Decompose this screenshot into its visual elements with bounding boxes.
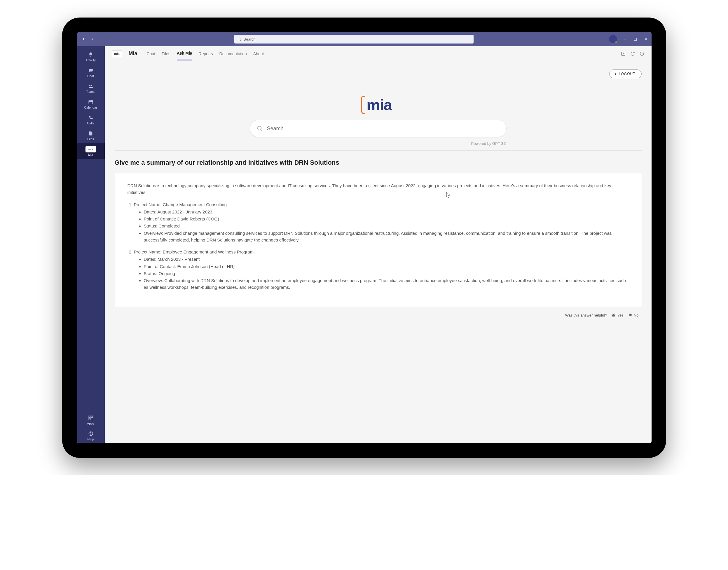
rail-calendar[interactable]: Calendar [77, 96, 105, 111]
svg-rect-14 [91, 416, 92, 417]
svg-point-8 [91, 85, 92, 86]
rail-label: Chat [87, 74, 94, 78]
answer-item-bullets: Dates: August 2022 - January 2023Point o… [134, 209, 629, 243]
answer-item-title: Project Name: Change Management Consulti… [134, 201, 629, 208]
answer-bullet: Point of Contact: Emma Johnson (Head of … [144, 263, 629, 270]
user-prompt: Give me a summary of our relationship an… [115, 159, 642, 167]
svg-rect-6 [89, 69, 93, 71]
presence-indicator-icon [615, 41, 618, 44]
svg-point-0 [238, 38, 240, 40]
rail-help[interactable]: Help [77, 428, 105, 443]
tab-reports[interactable]: Reports [199, 47, 213, 60]
tab-about[interactable]: About [253, 47, 264, 60]
feedback-question: Was this answer helpful? [565, 313, 607, 317]
app-badge-icon: mia [112, 50, 122, 57]
feedback-yes-label: Yes [617, 313, 624, 317]
feedback-yes-button[interactable]: Yes [612, 313, 624, 317]
answer-bullet: Dates: March 2023 - Present [144, 256, 629, 263]
answer-item-bullets: Dates: March 2023 - PresentPoint of Cont… [134, 256, 629, 291]
rail-label: Files [87, 137, 94, 141]
answer-card: DRN Solutions is a technology company sp… [115, 174, 642, 307]
search-icon [237, 37, 241, 41]
user-avatar[interactable] [609, 35, 617, 43]
answer-bullet: Dates: August 2022 - January 2023 [144, 209, 629, 215]
mia-logo-text: mia [365, 96, 395, 113]
app-rail: Activity Chat Teams [77, 46, 105, 443]
answer-bullet: Overview: Collaborating with DRN Solutio… [144, 277, 629, 291]
svg-point-19 [90, 435, 91, 435]
titlebar [77, 32, 652, 46]
mia-search-input[interactable] [267, 125, 500, 132]
svg-point-22 [257, 126, 261, 130]
tab-files[interactable]: Files [162, 47, 170, 60]
calendar-icon [87, 99, 94, 105]
thumbs-up-icon [612, 313, 616, 317]
answer-list: Project Name: Change Management Consulti… [127, 201, 629, 291]
logout-button[interactable]: LOGOUT [609, 69, 642, 78]
teams-icon [87, 83, 94, 89]
svg-rect-15 [89, 418, 90, 420]
rail-label: Help [87, 438, 94, 441]
app-tabs: mia Mia Chat Files Ask Mia Reports Docum… [105, 46, 652, 61]
window-maximize-button[interactable] [633, 36, 638, 42]
svg-rect-3 [634, 38, 636, 40]
rail-activity[interactable]: Activity [77, 48, 105, 64]
popout-icon[interactable] [621, 51, 626, 56]
rail-label: Calendar [84, 106, 97, 109]
answer-item: Project Name: Change Management Consulti… [134, 201, 629, 244]
rail-chat[interactable]: Chat [77, 64, 105, 80]
svg-rect-9 [89, 100, 93, 104]
chat-icon [87, 67, 94, 73]
thumbs-down-icon [628, 313, 632, 317]
bell-icon [87, 51, 94, 58]
expand-icon[interactable] [639, 51, 645, 56]
window-minimize-button[interactable] [622, 36, 628, 42]
phone-icon [87, 114, 94, 121]
chevron-left-icon [614, 72, 617, 76]
tab-ask-mia[interactable]: Ask Mia [177, 47, 192, 60]
feedback-row: Was this answer helpful? Yes No [115, 307, 642, 317]
rail-label: Teams [86, 90, 95, 93]
answer-bullet: Overview: Provided change management con… [144, 230, 629, 244]
rail-mia[interactable]: mia Mia [77, 143, 105, 159]
search-icon [256, 125, 263, 132]
global-search-input[interactable] [244, 37, 471, 41]
files-icon [87, 130, 94, 137]
rail-label: Calls [87, 121, 94, 125]
nav-forward-button[interactable] [88, 35, 96, 43]
logout-label: LOGOUT [619, 72, 636, 76]
rail-label: Apps [87, 422, 94, 425]
svg-rect-13 [89, 416, 90, 417]
feedback-no-button[interactable]: No [628, 313, 639, 317]
app-title: Mia [129, 50, 137, 57]
svg-line-23 [261, 129, 262, 131]
answer-item-title: Project Name: Employee Engagement and We… [134, 249, 629, 255]
answer-bullet: Status: Completed [144, 223, 629, 229]
answer-bullet: Point of Contact: David Roberts (COO) [144, 216, 629, 222]
rail-calls[interactable]: Calls [77, 111, 105, 127]
powered-by-label: Powered by GPT-3.5 [250, 141, 507, 146]
nav-back-button[interactable] [80, 35, 87, 43]
tab-documentation[interactable]: Documentation [219, 47, 247, 60]
svg-line-1 [240, 40, 241, 41]
answer-item: Project Name: Employee Engagement and We… [134, 249, 629, 291]
rail-label: Mia [88, 153, 93, 157]
rail-apps[interactable]: Apps [77, 412, 105, 428]
answer-bullet: Status: Ongoing [144, 270, 629, 277]
refresh-icon[interactable] [630, 51, 635, 56]
svg-point-7 [89, 85, 90, 86]
feedback-no-label: No [634, 313, 639, 317]
rail-label: Activity [85, 58, 96, 62]
tab-chat[interactable]: Chat [147, 47, 155, 60]
rail-files[interactable]: Files [77, 127, 105, 143]
global-search[interactable] [234, 35, 474, 43]
svg-point-21 [640, 52, 644, 55]
window-close-button[interactable] [643, 36, 649, 42]
help-icon [87, 431, 94, 437]
mia-logo: mia [361, 96, 395, 114]
answer-intro: DRN Solutions is a technology company sp… [127, 182, 629, 196]
mia-search[interactable] [250, 120, 507, 137]
rail-teams[interactable]: Teams [77, 80, 105, 96]
apps-icon [87, 414, 94, 421]
mia-app-icon: mia [85, 146, 96, 153]
